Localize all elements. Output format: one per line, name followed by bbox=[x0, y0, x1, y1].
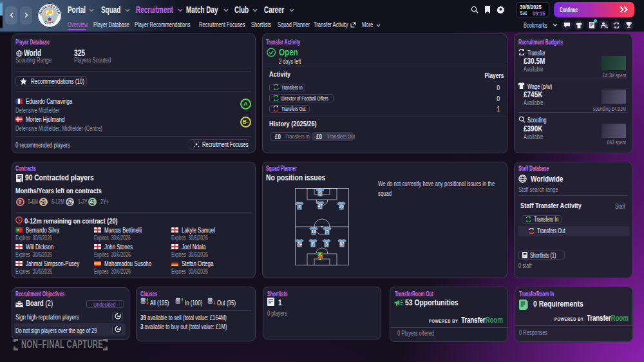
svg-text:9: 9 bbox=[319, 190, 321, 196]
svg-text:7: 7 bbox=[298, 204, 301, 209]
svg-text:3: 3 bbox=[325, 241, 328, 247]
svg-text:6: 6 bbox=[312, 241, 314, 247]
svg-text:82: 82 bbox=[339, 242, 345, 246]
svg-text:47: 47 bbox=[317, 204, 323, 208]
svg-text:20: 20 bbox=[339, 204, 344, 209]
svg-text:25: 25 bbox=[317, 254, 323, 259]
svg-text:24: 24 bbox=[297, 242, 302, 246]
svg-text:16: 16 bbox=[311, 229, 316, 233]
